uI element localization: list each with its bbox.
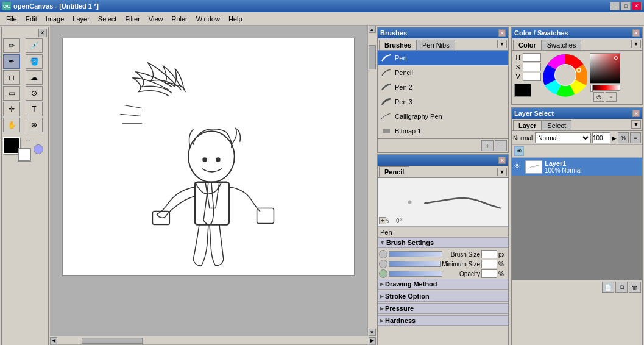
layer-eye-icon[interactable]: 👁 <box>514 163 523 171</box>
brush-settings-menu-btn[interactable]: ▼ <box>497 168 507 176</box>
layer-menu-btn[interactable]: ▼ <box>631 120 641 129</box>
menu-select[interactable]: Select <box>94 14 121 24</box>
background-color[interactable] <box>18 148 31 162</box>
brush-pencil-icon <box>380 68 392 77</box>
scroll-left-btn[interactable]: ◀ <box>50 337 57 344</box>
menu-help[interactable]: Help <box>225 14 246 24</box>
tool-smudge[interactable]: ☁ <box>26 70 43 85</box>
brush-add-btn[interactable]: + <box>481 140 494 151</box>
hscroll-thumb[interactable] <box>82 338 143 344</box>
color-wheel-svg[interactable] <box>543 53 587 97</box>
horizontal-scrollbar[interactable]: ◀ ▶ <box>50 336 376 344</box>
min-size-enable[interactable] <box>379 260 387 268</box>
tab-pencil[interactable]: Pencil <box>379 166 409 177</box>
menu-ruler[interactable]: Ruler <box>168 14 191 24</box>
tool-select-lasso[interactable]: ⊙ <box>26 86 43 101</box>
blend-mode-select[interactable]: Normal Multiply Screen <box>535 132 591 143</box>
tool-fill[interactable]: 🪣 <box>26 54 43 69</box>
tab-layer[interactable]: Layer <box>513 120 542 130</box>
brush-item-pen2[interactable]: Pen 2 <box>378 80 508 94</box>
opacity-slider[interactable] <box>389 271 442 277</box>
drawing-canvas[interactable] <box>63 38 354 275</box>
layer-panel-close[interactable]: ✕ <box>632 110 640 117</box>
color-mode-icon[interactable] <box>34 144 43 154</box>
color-panel-close[interactable]: ✕ <box>632 29 640 37</box>
brush-size-slider[interactable] <box>389 251 442 257</box>
tool-transform[interactable]: ✛ <box>3 102 20 116</box>
menu-image[interactable]: Image <box>42 14 68 24</box>
layer-item-1[interactable]: 👁 Layer1 100% Normal <box>512 158 642 176</box>
pressure-header[interactable]: ▶ Pressure <box>378 303 508 314</box>
scroll-down-btn[interactable]: ▼ <box>369 329 376 336</box>
close-button[interactable]: ✕ <box>632 2 642 10</box>
scroll-right-btn[interactable]: ▶ <box>369 337 376 344</box>
layer-eye-btn[interactable]: 👁 <box>514 146 524 156</box>
brush-settings-close[interactable]: ✕ <box>498 157 506 164</box>
tool-select-rect[interactable]: ▭ <box>3 86 20 101</box>
tool-pen[interactable]: ✏ <box>3 38 20 53</box>
toolbox-close-button[interactable]: ✕ <box>38 29 47 37</box>
canvas[interactable] <box>62 38 355 276</box>
layer-btn2[interactable]: ≡ <box>630 132 641 143</box>
menu-file[interactable]: File <box>2 14 21 24</box>
hardness-header[interactable]: ▶ Hardness <box>378 315 508 326</box>
brush-size-input[interactable]: 4.7 <box>481 250 497 258</box>
hue-slider[interactable] <box>590 85 620 91</box>
vscroll-thumb[interactable] <box>369 45 376 69</box>
brush-settings-section-header[interactable]: ▼ Brush Settings <box>378 237 508 248</box>
brushes-panel-close[interactable]: ✕ <box>498 29 506 37</box>
current-color-swatch[interactable] <box>514 84 531 97</box>
tool-zoom[interactable]: ⊕ <box>26 118 43 132</box>
preview-add-btn[interactable]: + <box>379 217 386 224</box>
tool-eraser[interactable]: ◻ <box>3 70 20 85</box>
opacity-input[interactable]: 75 <box>481 269 497 278</box>
color-wheel-container[interactable] <box>543 53 587 97</box>
brush-item-calligraphy[interactable]: Calligraphy Pen <box>378 109 508 124</box>
menu-window[interactable]: Window <box>193 14 224 24</box>
brushes-menu-btn[interactable]: ▼ <box>497 40 507 48</box>
layer-duplicate-btn[interactable]: ⧉ <box>615 282 628 293</box>
opacity-enable[interactable] <box>379 269 387 278</box>
s-input[interactable]: 0 <box>523 63 541 71</box>
canvas-scroll[interactable] <box>50 26 367 336</box>
brush-delete-btn[interactable]: − <box>495 140 507 151</box>
brush-item-bitmap[interactable]: Bitmap 1 <box>378 124 508 138</box>
tool-hand[interactable]: ✋ <box>3 118 20 132</box>
layer-opacity-input[interactable] <box>592 132 610 143</box>
tool-eyedropper[interactable]: 💉 <box>26 38 43 53</box>
tab-select[interactable]: Select <box>542 120 571 130</box>
drawing-method-header[interactable]: ▶ Drawing Method <box>378 279 508 290</box>
color-options-btn1[interactable]: ◎ <box>593 92 604 102</box>
brush-item-pen[interactable]: Pen <box>378 51 508 65</box>
minimize-button[interactable]: _ <box>610 2 620 10</box>
tool-pencil[interactable]: ✒ <box>3 54 20 69</box>
min-size-input[interactable]: 10 <box>481 260 497 268</box>
tool-text[interactable]: T <box>26 102 43 116</box>
menu-filter[interactable]: Filter <box>121 14 143 24</box>
scroll-up-btn[interactable]: ▲ <box>369 26 376 33</box>
h-input[interactable]: 0 <box>523 53 541 62</box>
color-menu-btn[interactable]: ▼ <box>631 40 641 48</box>
color-options-btn2[interactable]: ≡ <box>606 92 617 102</box>
brush-item-pen3[interactable]: Pen 3 <box>378 94 508 109</box>
color-gradient-picker[interactable] <box>590 53 620 84</box>
layer-btn1[interactable]: % <box>618 132 629 143</box>
stroke-option-header[interactable]: ▶ Stroke Option <box>378 291 508 302</box>
tab-brushes[interactable]: Brushes <box>379 40 417 50</box>
swap-colors-icon[interactable]: ↔ <box>25 137 31 144</box>
tab-color[interactable]: Color <box>513 40 542 50</box>
brush-item-pencil[interactable]: Pencil <box>378 65 508 80</box>
hue-slider-thumb[interactable] <box>590 85 593 92</box>
tab-swatches[interactable]: Swatches <box>542 40 582 50</box>
tab-pen-nibs[interactable]: Pen Nibs <box>417 40 455 50</box>
vertical-scrollbar[interactable]: ▲ ▼ <box>367 26 376 336</box>
layer-delete-btn[interactable]: 🗑 <box>629 282 641 293</box>
layer-new-btn[interactable]: 📄 <box>602 282 614 293</box>
min-size-slider[interactable] <box>389 261 441 267</box>
menu-edit[interactable]: Edit <box>22 14 41 24</box>
menu-view[interactable]: View <box>145 14 167 24</box>
menu-layer[interactable]: Layer <box>69 14 93 24</box>
brush-size-enable[interactable] <box>379 250 387 258</box>
maximize-button[interactable]: □ <box>621 2 631 10</box>
v-input[interactable]: 0 <box>523 73 541 81</box>
